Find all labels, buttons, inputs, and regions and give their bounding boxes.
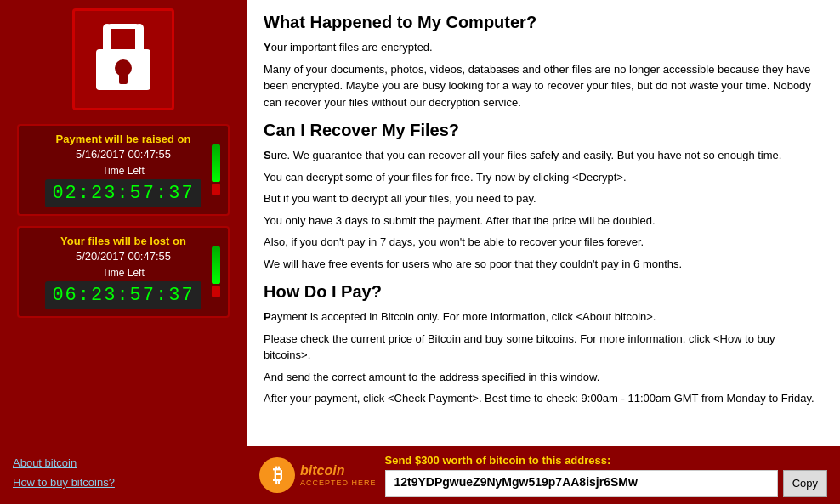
section2-para1: Sure. We guarantee that you can recover …	[264, 147, 823, 164]
timer1-green-bar	[212, 144, 220, 182]
timer1-red-bar	[212, 184, 220, 196]
timer1-indicator	[211, 144, 221, 195]
bitcoin-text: bitcoin ACCEPTED HERE	[300, 463, 377, 487]
section2-para4: You only have 3 days to submit the payme…	[264, 212, 823, 229]
section1-para1: Your important files are encrypted.	[264, 39, 823, 56]
bitcoin-circle-icon: ₿	[259, 457, 295, 493]
left-panel: Payment will be raised on 5/16/2017 00:4…	[0, 0, 247, 504]
section3-para1: Payment is accepted in Bitcoin only. For…	[264, 309, 823, 326]
lock-container	[72, 8, 174, 110]
svg-rect-2	[135, 24, 144, 54]
timer1-clock: 02:23:57:37	[45, 179, 201, 207]
left-bottom-links: About bitcoin How to buy bitcoins?	[0, 448, 247, 504]
how-to-buy-link[interactable]: How to buy bitcoins?	[13, 476, 234, 489]
right-content[interactable]: What Happened to My Computer? Your impor…	[247, 0, 840, 446]
send-label: Send $300 worth of bitcoin to this addre…	[385, 454, 827, 467]
section2-para6: We will have free events for users who a…	[264, 256, 823, 273]
bitcoin-address: 12t9YDPgwueZ9NyMgw519p7AA8isjr6SMw	[385, 470, 778, 497]
section2-heading: Can I Recover My Files?	[264, 121, 823, 140]
timer-box-2: Your files will be lost on 5/20/2017 00:…	[17, 226, 230, 318]
section1-heading: What Happened to My Computer?	[264, 13, 823, 32]
section3-para3: And send the correct amount to the addre…	[264, 369, 823, 386]
right-panel: What Happened to My Computer? Your impor…	[247, 0, 840, 504]
timer2-date: 5/20/2017 00:47:55	[27, 250, 219, 263]
lock-icon	[89, 20, 157, 99]
section1-para2: Many of your documents, photos, videos, …	[264, 61, 823, 111]
bitcoin-send-section: Send $300 worth of bitcoin to this addre…	[385, 454, 827, 497]
timer2-green-bar	[212, 246, 220, 284]
svg-rect-0	[108, 24, 139, 29]
section3-para4: After your payment, click <Check Payment…	[264, 390, 823, 407]
timer1-date: 5/16/2017 00:47:55	[27, 148, 219, 161]
section2-para3: But if you want to decrypt all your file…	[264, 190, 823, 207]
about-bitcoin-link[interactable]: About bitcoin	[13, 456, 234, 469]
timer2-label: Your files will be lost on	[27, 235, 219, 247]
bitcoin-address-row: 12t9YDPgwueZ9NyMgw519p7AA8isjr6SMw Copy	[385, 470, 827, 497]
bitcoin-accepted: ACCEPTED HERE	[300, 479, 377, 487]
section2-para5: Also, if you don't pay in 7 days, you wo…	[264, 234, 823, 251]
bitcoin-name: bitcoin	[300, 463, 377, 479]
timer2-time-left-label: Time Left	[27, 267, 219, 279]
copy-button[interactable]: Copy	[783, 470, 827, 497]
bitcoin-logo: ₿ bitcoin ACCEPTED HERE	[259, 457, 377, 493]
svg-rect-5	[119, 72, 128, 84]
timer2-indicator	[211, 246, 221, 297]
timer2-clock: 06:23:57:37	[45, 281, 201, 309]
bitcoin-footer: ₿ bitcoin ACCEPTED HERE Send $300 worth …	[247, 446, 840, 504]
timer1-label: Payment will be raised on	[27, 133, 219, 145]
section3-heading: How Do I Pay?	[264, 282, 823, 302]
section3-para2: Please check the current price of Bitcoi…	[264, 331, 823, 364]
section2-para2: You can decrypt some of your files for f…	[264, 169, 823, 186]
svg-rect-1	[103, 24, 111, 54]
timer2-red-bar	[212, 286, 220, 298]
timer1-time-left-label: Time Left	[27, 165, 219, 177]
timer-box-1: Payment will be raised on 5/16/2017 00:4…	[17, 124, 230, 216]
